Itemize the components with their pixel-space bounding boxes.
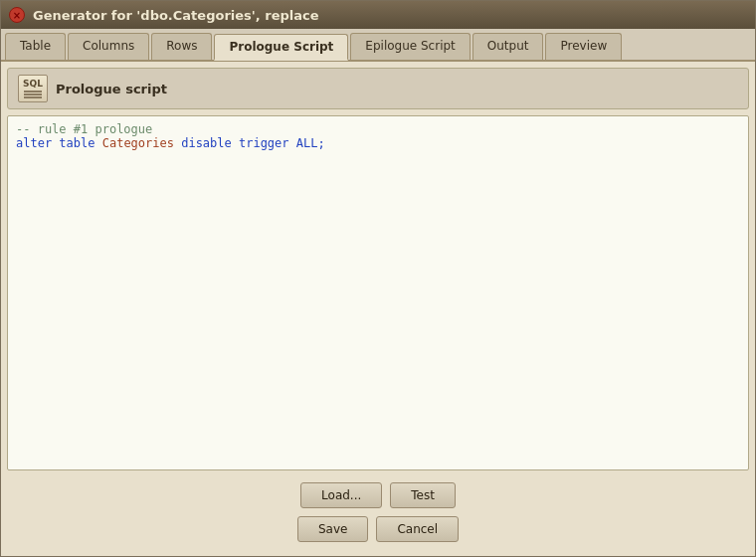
section-header: SQL Prologue script [7, 68, 749, 109]
save-cancel-button-row: Save Cancel [7, 512, 749, 550]
title-bar: × Generator for 'dbo.Categories', replac… [1, 1, 755, 29]
content-area: SQL Prologue script -- rule #1 prologue … [1, 62, 755, 556]
tab-table[interactable]: Table [5, 33, 66, 60]
close-button[interactable]: × [9, 7, 25, 23]
script-editor[interactable]: -- rule #1 prologue alter table Categori… [7, 115, 749, 470]
tab-columns[interactable]: Columns [68, 33, 149, 60]
tab-bar: Table Columns Rows Prologue Script Epilo… [1, 29, 755, 62]
tab-output[interactable]: Output [472, 33, 544, 60]
section-title: Prologue script [56, 82, 167, 96]
main-window: × Generator for 'dbo.Categories', replac… [0, 0, 756, 557]
load-test-button-row: Load... Test [7, 478, 749, 512]
code-line: alter table Categories disable trigger A… [16, 136, 325, 150]
tab-epilogue-script[interactable]: Epilogue Script [350, 33, 470, 60]
load-button[interactable]: Load... [300, 482, 382, 508]
save-button[interactable]: Save [297, 516, 368, 542]
cancel-button[interactable]: Cancel [376, 516, 459, 542]
window-title: Generator for 'dbo.Categories', replace [33, 8, 319, 23]
tab-prologue-script[interactable]: Prologue Script [214, 34, 348, 61]
tab-rows[interactable]: Rows [151, 33, 212, 60]
tab-preview[interactable]: Preview [545, 33, 622, 60]
comment-line: -- rule #1 prologue [16, 122, 152, 136]
sql-icon: SQL [18, 75, 48, 102]
test-button[interactable]: Test [390, 482, 456, 508]
